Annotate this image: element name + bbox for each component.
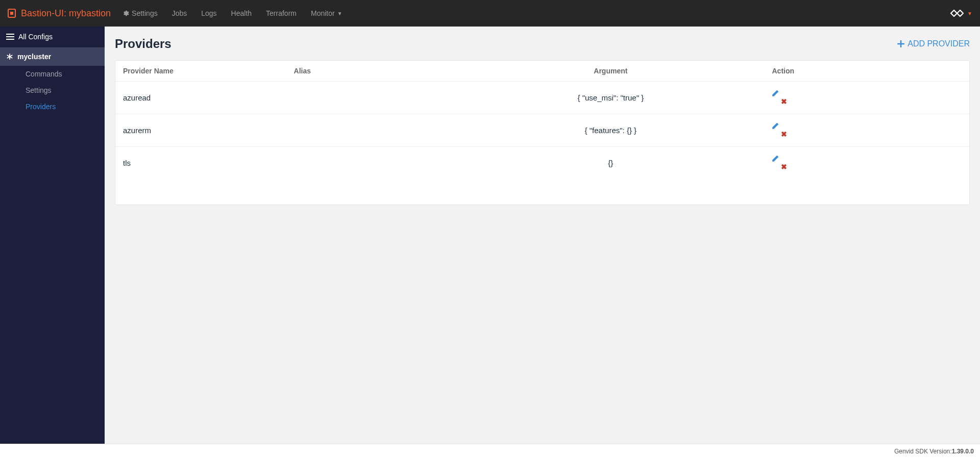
gear-icon [122,10,129,17]
page-header: Providers ADD PROVIDER [115,37,970,51]
providers-table: Provider Name Alias Argument Action azur… [115,61,969,179]
sidebar-all-configs-label: All Configs [18,33,53,41]
cell-provider-name: tls [115,147,286,180]
edit-icon[interactable] [772,155,962,162]
delete-icon[interactable]: ✖ [781,130,787,138]
nav-health[interactable]: Health [231,9,252,17]
svg-rect-1 [10,12,13,15]
brand[interactable]: Bastion-UI: mybastion [8,8,111,19]
add-provider-button[interactable]: ADD PROVIDER [897,39,970,48]
th-action: Action [764,61,969,82]
sidebar-cluster[interactable]: mycluster [0,47,105,66]
th-provider-name: Provider Name [115,61,286,82]
main-content: Providers ADD PROVIDER Provider Name Ali… [105,27,980,444]
nav-monitor[interactable]: Monitor ▼ [311,9,342,17]
cell-action: ✖ [764,114,969,147]
nav-monitor-label: Monitor [311,9,335,17]
caret-down-icon: ▼ [967,11,972,16]
sidebar-item-providers[interactable]: Providers [0,98,105,115]
nav-logs-label: Logs [201,9,216,17]
sidebar-item-commands[interactable]: Commands [0,66,105,82]
nav-terraform[interactable]: Terraform [266,9,297,17]
footer: Genvid SDK Version: 1.39.0.0 [0,444,980,458]
genvid-logo-icon [949,8,965,19]
cell-argument: { "features": {} } [457,114,764,147]
nav-jobs-label: Jobs [172,9,187,17]
sidebar-item-label: Commands [26,70,62,78]
table-row: tls{}✖ [115,147,969,180]
nav-links: Settings Jobs Logs Health Terraform Moni… [122,9,342,17]
nav-jobs[interactable]: Jobs [172,9,187,17]
sidebar-cluster-label: mycluster [17,53,51,61]
th-argument: Argument [457,61,764,82]
footer-version-label: Genvid SDK Version: [894,448,952,455]
top-navbar: Bastion-UI: mybastion Settings Jobs Logs… [0,0,980,27]
brand-label: Bastion-UI: mybastion [21,8,111,19]
cell-alias [286,114,457,147]
svg-rect-2 [6,34,14,35]
th-alias: Alias [286,61,457,82]
cell-action: ✖ [764,147,969,180]
sidebar-item-label: Providers [26,103,56,111]
table-row: azuread{ "use_msi": "true" }✖ [115,82,969,114]
page-title: Providers [115,37,172,51]
cell-action: ✖ [764,82,969,114]
svg-rect-4 [6,39,14,40]
delete-icon[interactable]: ✖ [781,97,787,106]
nav-settings[interactable]: Settings [122,9,158,17]
cell-argument: {} [457,147,764,180]
add-provider-label: ADD PROVIDER [908,39,970,48]
caret-down-icon: ▼ [337,11,342,16]
delete-icon[interactable]: ✖ [781,163,787,171]
sidebar-item-settings[interactable]: Settings [0,82,105,98]
providers-table-card: Provider Name Alias Argument Action azur… [115,60,970,205]
sidebar-item-label: Settings [26,86,52,94]
table-row: azurerm{ "features": {} }✖ [115,114,969,147]
list-icon [6,33,14,40]
svg-rect-3 [6,36,14,37]
sidebar: All Configs mycluster Commands Settings … [0,27,105,444]
nav-logs[interactable]: Logs [201,9,216,17]
cell-provider-name: azuread [115,82,286,114]
plus-icon [897,40,904,47]
cell-alias [286,82,457,114]
asterisk-icon [6,53,13,60]
nav-terraform-label: Terraform [266,9,297,17]
cell-alias [286,147,457,180]
nav-settings-label: Settings [132,9,158,17]
edit-icon[interactable] [772,90,962,97]
brand-icon [8,9,16,18]
footer-version-value: 1.39.0.0 [952,448,974,455]
cell-provider-name: azurerm [115,114,286,147]
nav-health-label: Health [231,9,252,17]
genvid-logo-dropdown[interactable]: ▼ [949,8,972,19]
sidebar-all-configs[interactable]: All Configs [0,27,105,47]
edit-icon[interactable] [772,122,962,130]
cell-argument: { "use_msi": "true" } [457,82,764,114]
